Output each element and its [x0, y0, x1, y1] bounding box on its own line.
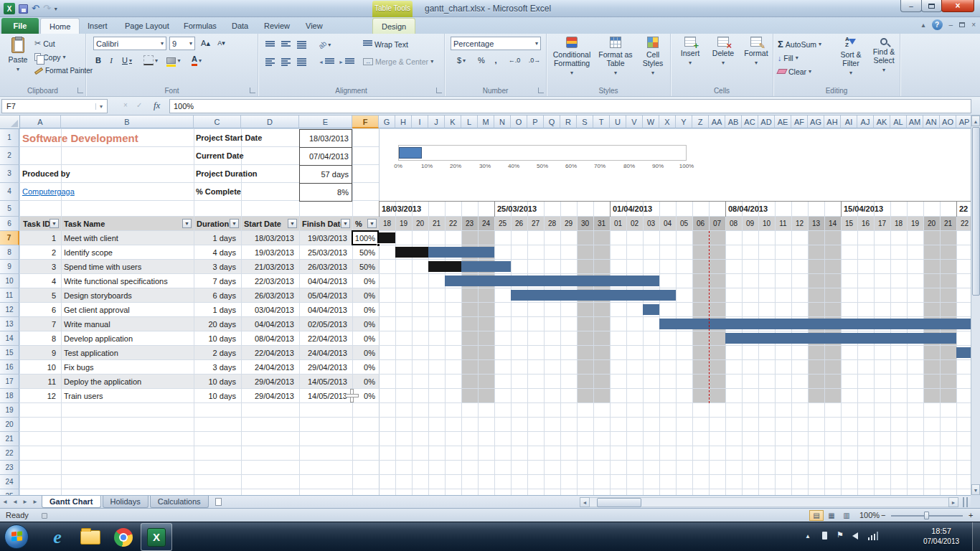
task-id-cell[interactable]: 1 — [20, 231, 56, 245]
column-header-AN[interactable]: AN — [923, 116, 940, 128]
normal-view-button[interactable]: ▤ — [809, 510, 824, 521]
gantt-day-header[interactable]: 19 — [907, 217, 923, 231]
task-start-cell[interactable]: 04/04/2013 — [241, 317, 294, 331]
task-start-cell[interactable]: 29/04/2013 — [241, 389, 294, 403]
maximize-button[interactable] — [921, 0, 942, 12]
column-header-S[interactable]: S — [577, 116, 593, 128]
task-duration-cell[interactable]: 3 days — [194, 360, 236, 375]
gantt-day-header[interactable]: 19 — [395, 217, 412, 231]
task-name-cell[interactable]: Deploy the application — [64, 375, 191, 389]
font-size-select[interactable]: 9▾ — [169, 37, 195, 50]
task-pct-cell[interactable]: 0% — [352, 274, 375, 288]
scroll-down-button[interactable]: ▼ — [971, 484, 980, 495]
save-icon[interactable] — [19, 4, 28, 14]
row-header-6[interactable]: 6 — [0, 217, 19, 231]
task-finish-cell[interactable]: 02/05/2013 — [299, 317, 347, 331]
task-duration-cell[interactable]: 2 days — [194, 346, 236, 360]
gantt-day-header[interactable]: 27 — [527, 217, 544, 231]
fill-color-button[interactable]: ▾ — [164, 54, 184, 67]
italic-button[interactable]: I — [105, 54, 117, 67]
column-header-R[interactable]: R — [560, 116, 577, 128]
decrease-indent-button[interactable]: ◄ — [319, 55, 334, 68]
task-finish-cell[interactable]: 14/05/2013 — [299, 389, 347, 403]
task-start-cell[interactable]: 22/03/2013 — [241, 274, 294, 288]
progress-chart[interactable]: 0%10%20%30%40%50%60%70%80%90%100% — [396, 141, 692, 178]
task-pct-cell[interactable]: 50% — [352, 245, 375, 260]
task-name-cell[interactable]: Meet with client — [64, 231, 191, 245]
task-finish-cell[interactable]: 05/04/2013 — [299, 288, 347, 303]
percent-style-button[interactable]: % — [475, 54, 488, 67]
gantt-day-header[interactable]: 12 — [791, 217, 808, 231]
task-start-cell[interactable]: 21/03/2013 — [241, 260, 294, 274]
column-header-Q[interactable]: Q — [544, 116, 560, 128]
taskbar-clock[interactable]: 18:57 07/04/2013 — [914, 526, 969, 546]
cell-grid[interactable]: Software DevelopmentProject Start Date18… — [20, 129, 971, 495]
font-family-select[interactable]: Calibri▾ — [93, 37, 166, 50]
tab-split-handle[interactable] — [963, 497, 968, 507]
page-break-view-button[interactable]: ▥ — [839, 510, 854, 521]
sheet-tab-holidays[interactable]: Holidays — [103, 496, 149, 508]
row-header-12[interactable]: 12 — [0, 303, 19, 317]
gantt-day-header[interactable]: 18 — [379, 217, 395, 231]
gantt-day-header[interactable]: 05 — [676, 217, 692, 231]
task-id-cell[interactable]: 12 — [20, 389, 56, 403]
task-id-cell[interactable]: 9 — [20, 346, 56, 360]
column-header-AJ[interactable]: AJ — [857, 116, 874, 128]
sheet-tab-gantt-chart[interactable]: Gantt Chart — [42, 496, 101, 508]
row-header-13[interactable]: 13 — [0, 317, 19, 331]
show-desktop-button[interactable] — [972, 522, 980, 551]
gantt-day-header[interactable]: 28 — [544, 217, 560, 231]
filter-button[interactable]: ▼ — [367, 219, 377, 228]
row-header-3[interactable]: 3 — [0, 165, 19, 183]
align-center-button[interactable] — [280, 55, 291, 68]
gantt-day-header[interactable]: 21 — [428, 217, 445, 231]
task-name-cell[interactable]: Design storyboards — [64, 288, 191, 303]
row-header-20[interactable]: 20 — [0, 418, 19, 432]
producer-link[interactable]: Computergaga — [22, 183, 75, 201]
row-header-10[interactable]: 10 — [0, 274, 19, 288]
task-pct-cell[interactable]: 0% — [352, 331, 375, 346]
excel-app-icon[interactable]: X — [4, 3, 15, 14]
column-header-AF[interactable]: AF — [791, 116, 808, 128]
tab-page-layout[interactable]: Page Layout — [116, 18, 178, 34]
column-header-AG[interactable]: AG — [808, 116, 824, 128]
task-duration-cell[interactable]: 6 days — [194, 288, 236, 303]
cancel-formula-button[interactable]: × — [123, 101, 128, 109]
action-center-icon[interactable]: ⚑ — [837, 530, 844, 540]
sort-filter-button[interactable]: Sort & Filter▾ — [834, 37, 868, 85]
filter-button[interactable]: ▼ — [230, 219, 239, 228]
column-header-Z[interactable]: Z — [692, 116, 709, 128]
align-middle-button[interactable] — [280, 38, 291, 51]
row-header-15[interactable]: 15 — [0, 346, 19, 360]
help-icon[interactable]: ? — [932, 19, 943, 30]
insert-function-button[interactable]: fx — [154, 100, 160, 111]
orientation-button[interactable]: ab▾ — [319, 38, 331, 51]
task-duration-cell[interactable]: 10 days — [194, 389, 236, 403]
tab-review[interactable]: Review — [255, 18, 298, 34]
gantt-day-header[interactable]: 18 — [890, 217, 907, 231]
undo-icon[interactable]: ↶ — [32, 3, 39, 14]
column-header-I[interactable]: I — [412, 116, 428, 128]
borders-button[interactable]: ▾ — [141, 54, 161, 67]
row-header-16[interactable]: 16 — [0, 360, 19, 375]
cell-styles-button[interactable]: Cell Styles▾ — [637, 37, 669, 85]
select-all-corner[interactable] — [0, 116, 20, 129]
gantt-day-header[interactable]: 20 — [412, 217, 428, 231]
gantt-day-header[interactable]: 26 — [511, 217, 527, 231]
collapse-ribbon-icon[interactable]: ▴ — [922, 21, 925, 29]
vertical-scrollbar[interactable]: ▲ ▼ — [971, 116, 980, 495]
task-name-cell[interactable]: Identify scope — [64, 245, 191, 260]
task-duration-cell[interactable]: 7 days — [194, 274, 236, 288]
column-header-T[interactable]: T — [593, 116, 610, 128]
network-icon[interactable] — [868, 532, 878, 540]
tab-home[interactable]: Home — [40, 18, 80, 34]
task-id-cell[interactable]: 6 — [20, 303, 56, 317]
filter-button[interactable]: ▼ — [341, 219, 350, 228]
close-button[interactable]: × — [941, 0, 974, 12]
gantt-day-header[interactable]: 30 — [577, 217, 593, 231]
gantt-day-header[interactable]: 07 — [709, 217, 725, 231]
task-finish-cell[interactable]: 04/04/2013 — [299, 274, 347, 288]
page-layout-view-button[interactable]: ▦ — [824, 510, 839, 521]
gantt-day-header[interactable]: 04 — [659, 217, 676, 231]
copy-button[interactable]: Copy▾ — [34, 51, 66, 63]
